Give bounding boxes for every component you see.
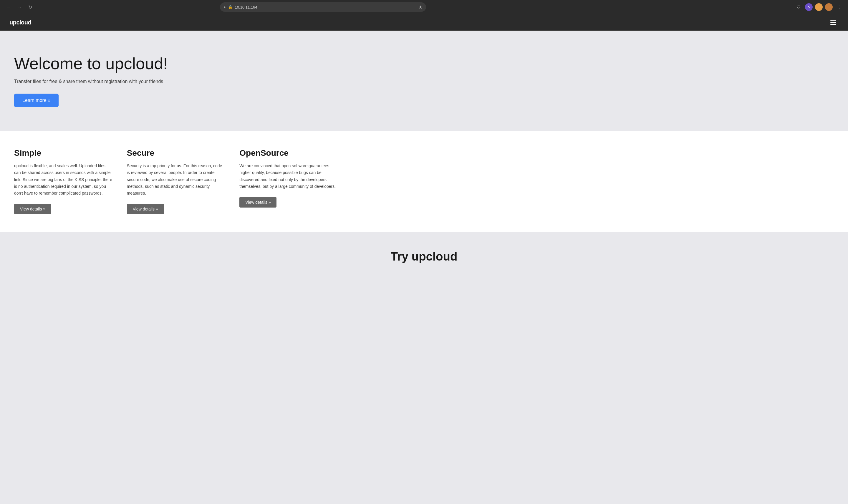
lock-icon: 🔒 [228, 5, 233, 9]
feature-card-opensource: OpenSource We are convinced that open so… [239, 148, 338, 214]
extension-avatar[interactable]: 5 [805, 3, 813, 11]
site-navbar: upcloud [0, 14, 848, 31]
extensions-container: 5 [805, 3, 813, 11]
profile-avatar-2[interactable] [825, 3, 833, 11]
shield-icon[interactable]: 🛡 [794, 3, 802, 11]
reload-button[interactable]: ↻ [26, 3, 34, 11]
menu-button[interactable]: ⋮ [835, 3, 843, 11]
feature-description-simple: upcloud is flexible, and scales well. Up… [14, 162, 113, 196]
features-section: Simple upcloud is flexible, and scales w… [0, 131, 848, 232]
back-button[interactable]: ← [5, 3, 13, 11]
badge: 5 [808, 5, 810, 9]
hero-section: Welcome to upcloud! Transfer files for f… [0, 31, 848, 131]
view-details-button-simple[interactable]: View details » [14, 204, 51, 214]
browser-actions: 🛡 5 ⋮ [794, 3, 843, 11]
learn-more-button[interactable]: Learn more » [14, 94, 59, 107]
security-icon: ● [223, 5, 225, 9]
hamburger-line-2 [830, 22, 836, 23]
browser-nav-buttons: ← → ↻ [5, 3, 34, 11]
hamburger-line-1 [830, 20, 836, 21]
address-bar[interactable]: ● 🔒 10.10.11.164 ★ [220, 2, 426, 12]
bookmark-button[interactable]: ★ [418, 4, 422, 10]
feature-title-simple: Simple [14, 148, 113, 158]
try-section: Try upcloud [0, 232, 848, 281]
site-logo: upcloud [10, 19, 31, 26]
feature-title-opensource: OpenSource [239, 148, 338, 158]
browser-chrome: ← → ↻ ● 🔒 10.10.11.164 ★ 🛡 5 ⋮ [0, 0, 848, 14]
forward-button[interactable]: → [15, 3, 23, 11]
features-grid: Simple upcloud is flexible, and scales w… [14, 148, 338, 214]
feature-description-secure: Security is a top priority for us. For t… [127, 162, 225, 196]
url-text: 10.10.11.164 [235, 5, 257, 10]
profile-avatar-1[interactable] [815, 3, 823, 11]
hamburger-line-3 [830, 24, 836, 25]
feature-description-opensource: We are convinced that open software guar… [239, 162, 338, 190]
feature-title-secure: Secure [127, 148, 225, 158]
view-details-button-opensource[interactable]: View details » [239, 197, 276, 208]
hamburger-menu-button[interactable] [828, 17, 838, 28]
try-title: Try upcloud [14, 250, 834, 263]
hero-title: Welcome to upcloud! [14, 54, 834, 73]
hero-subtitle: Transfer files for free & share them wit… [14, 79, 834, 84]
feature-card-simple: Simple upcloud is flexible, and scales w… [14, 148, 113, 214]
feature-card-secure: Secure Security is a top priority for us… [127, 148, 225, 214]
view-details-button-secure[interactable]: View details » [127, 204, 164, 214]
